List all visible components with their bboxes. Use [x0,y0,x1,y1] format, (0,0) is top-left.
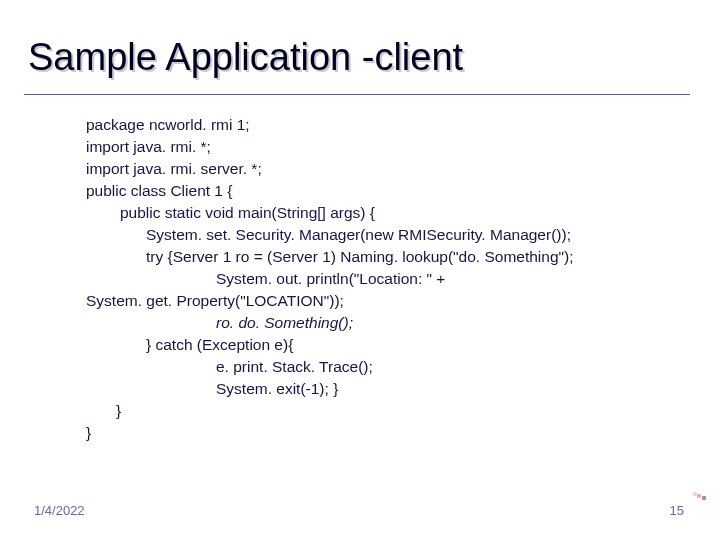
code-line: } catch (Exception e){ [86,334,660,356]
code-line: public static void main(String[] args) { [86,202,660,224]
code-line: System. exit(-1); } [86,378,660,400]
code-line: System. out. println("Location: " + [86,268,660,290]
corner-accent-icon [694,492,706,500]
code-line: import java. rmi. server. *; [86,158,660,180]
code-emphasis: ro. do. Something(); [216,314,353,331]
title-underline [24,94,690,96]
code-line: import java. rmi. *; [86,136,660,158]
slide-title: Sample Application -client [28,38,463,78]
code-line: try {Server 1 ro = (Server 1) Naming. lo… [86,246,660,268]
footer-date: 1/4/2022 [34,503,85,518]
footer-page-number: 15 [670,503,684,518]
code-block: package ncworld. rmi 1; import java. rmi… [86,114,660,444]
code-line: ro. do. Something(); [86,312,660,334]
code-line: e. print. Stack. Trace(); [86,356,660,378]
code-line: System. set. Security. Manager(new RMISe… [86,224,660,246]
code-line: } [86,400,660,422]
code-line: } [86,422,660,444]
code-line: System. get. Property("LOCATION")); [86,290,660,312]
slide: Sample Application -client Sample Applic… [0,0,720,540]
code-line: package ncworld. rmi 1; [86,114,660,136]
code-line: public class Client 1 { [86,180,660,202]
